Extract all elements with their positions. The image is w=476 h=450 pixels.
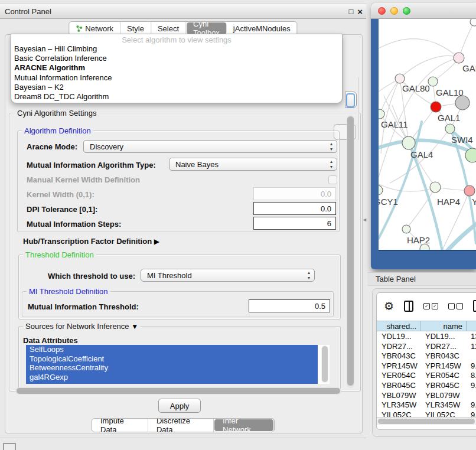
network-node-gal10[interactable] — [428, 77, 438, 86]
table-cell: YDR27... — [420, 341, 467, 351]
gear-icon[interactable]: ⚙ — [384, 299, 394, 313]
tab-jactivemnodules[interactable]: jActiveMNodules — [227, 22, 297, 35]
table-panel-titlebar[interactable]: Table Panel — [367, 272, 476, 286]
network-node-gal11[interactable] — [379, 109, 384, 119]
network-node-gcy1[interactable] — [379, 185, 383, 195]
mi-steps-field[interactable] — [253, 217, 336, 230]
dropdown-item[interactable]: Bayesian – K2 — [11, 83, 342, 92]
table-row[interactable]: YDR27...YDR27...12 — [377, 341, 476, 351]
network-node[interactable] — [465, 148, 476, 162]
table-row[interactable]: YBL079WYBL079W — [377, 390, 476, 400]
zoom-traffic-light-icon[interactable] — [403, 7, 410, 15]
network-window-titlebar[interactable] — [371, 3, 476, 19]
attribute-item[interactable]: gal4RGexp — [26, 373, 318, 382]
bottom-tab-discretize-data[interactable]: Discretize Data — [148, 419, 214, 432]
export-table-icon[interactable] — [473, 300, 476, 312]
attribute-item[interactable]: BetweennessCentrality — [26, 363, 318, 373]
close-panel-icon[interactable]: × — [357, 7, 363, 16]
network-edge[interactable] — [459, 22, 474, 58]
tab-style[interactable]: Style — [120, 22, 151, 35]
network-node-gal1[interactable] — [431, 102, 441, 112]
tab-network[interactable]: Network — [69, 22, 120, 35]
data-attributes-label: Data Attributes — [23, 336, 78, 345]
table-row[interactable]: YPR145WYPR145W9. — [377, 361, 476, 371]
tab-select[interactable]: Select — [151, 22, 186, 35]
network-node-hap4[interactable] — [430, 182, 441, 193]
splitter-collapse-arrow[interactable]: ◄ — [362, 217, 367, 223]
bottom-tab-bar: Impute DataDiscretize DataInfer Network — [92, 418, 275, 432]
table-row[interactable]: YLR345WYLR345W9. — [377, 400, 476, 410]
network-view-window[interactable]: GALGAL80GAL10GAL1GAL11SWI4GAL4HAP4YGCY1H… — [371, 3, 476, 269]
table-panel-toolbar: ⚙ ✓✓ — [379, 295, 476, 317]
dropdown-item[interactable]: Mutual Information Inference — [11, 73, 342, 83]
node-label: GAL1 — [438, 113, 460, 123]
data-attributes-list[interactable]: SelfLoopsTopologicalCoefficientBetweenne… — [26, 345, 330, 384]
settings-vertical-scrollbar[interactable] — [347, 115, 354, 388]
table-cell: YBR043C — [420, 351, 467, 361]
table-row[interactable]: YBR045CYBR045C9. — [377, 380, 476, 390]
dropdown-item[interactable]: Bayesian – Hill Climbing — [11, 44, 342, 54]
network-node-swi4[interactable] — [445, 124, 455, 133]
table-row[interactable]: YER054CYER054C8. — [377, 370, 476, 380]
aracne-mode-combobox[interactable]: Discovery ▴▾ — [83, 140, 337, 153]
network-edge[interactable] — [379, 39, 459, 58]
network-icon — [76, 25, 83, 32]
node-label: HAP2 — [407, 235, 430, 245]
network-node[interactable] — [455, 96, 470, 110]
attribute-list-scrollbar[interactable] — [321, 345, 328, 383]
network-node-gal80[interactable] — [395, 74, 405, 83]
table-cell: YDL19... — [420, 331, 467, 341]
float-window-icon[interactable]: □ — [348, 8, 353, 15]
hub-definition-toggle[interactable]: Hub/Transcription Factor Definition ▶ — [23, 237, 159, 246]
node-table[interactable]: shared...nameA... YDL19...YDL19...13YDR2… — [377, 321, 476, 417]
which-threshold-combobox[interactable]: MI Threshold ▴▾ — [141, 269, 315, 282]
table-cell: YER054C — [377, 370, 420, 380]
settings-horizontal-scrollbar[interactable] — [15, 387, 341, 394]
apply-button[interactable]: Apply — [158, 399, 201, 413]
attribute-item[interactable] — [26, 381, 318, 384]
column-header[interactable]: name — [420, 321, 467, 331]
dropdown-item[interactable]: Basic Correlation Inference — [11, 54, 342, 63]
network-node[interactable] — [470, 19, 476, 26]
network-edge[interactable] — [400, 56, 459, 79]
network-node-gal4[interactable] — [402, 136, 415, 149]
network-canvas[interactable]: GALGAL80GAL10GAL1GAL11SWI4GAL4HAP4YGCY1H… — [379, 19, 476, 250]
bottom-tab-infer-network[interactable]: Infer Network — [214, 419, 273, 431]
table-row[interactable]: YIL052CYIL052C9. — [377, 410, 476, 417]
mi-algorithm-type-combobox[interactable]: Naive Bayes ▴▾ — [169, 158, 337, 171]
attribute-item[interactable]: TopologicalCoefficient — [26, 354, 318, 364]
minimize-traffic-light-icon[interactable] — [390, 7, 398, 15]
table-row[interactable]: YBR043CYBR043C — [377, 351, 476, 361]
manual-kernel-width-checkbox[interactable] — [328, 175, 337, 184]
column-header[interactable]: shared... — [377, 321, 420, 331]
sources-toggle[interactable]: Sources for Network Inference ▼ — [23, 322, 141, 331]
mi-threshold-field[interactable] — [249, 299, 330, 312]
select-all-icon[interactable]: ✓✓ — [423, 303, 438, 309]
network-node-gal[interactable] — [454, 53, 464, 63]
kernel-width-field[interactable] — [253, 187, 336, 200]
node-label: HAP4 — [437, 197, 460, 207]
table-row[interactable]: YDL19...YDL19...13 — [377, 331, 476, 341]
algorithm-combobox-fragment[interactable] — [345, 92, 357, 108]
network-node-y[interactable] — [464, 185, 475, 196]
combo-arrows-icon: ▴▾ — [330, 159, 332, 169]
docked-panel-icon[interactable] — [3, 443, 16, 450]
attribute-item[interactable]: SelfLoops — [26, 345, 318, 354]
column-header[interactable]: A... — [467, 321, 476, 331]
table-cell: YER054C — [420, 370, 467, 380]
deselect-all-icon[interactable] — [448, 303, 463, 309]
close-traffic-light-icon[interactable] — [378, 7, 386, 15]
collapsed-arrow-icon: ▶ — [154, 237, 159, 246]
bottom-tab-impute-data[interactable]: Impute Data — [92, 419, 148, 432]
network-node-hap2[interactable] — [402, 225, 410, 233]
tab-cyni-toolbox[interactable]: Cyni Toolbox — [187, 22, 226, 34]
network-edge-thick[interactable] — [447, 223, 476, 250]
dropdown-item[interactable]: Dream8 DC_TDC Algorithm — [11, 92, 342, 102]
table-horizontal-scrollbar[interactable] — [377, 417, 476, 425]
dpi-tolerance-field[interactable] — [253, 202, 336, 215]
dropdown-item[interactable]: ARACNE Algorithm — [11, 63, 342, 73]
control-panel-titlebar[interactable]: Control Panel □ × — [0, 4, 366, 19]
table-panel-title: Table Panel — [367, 275, 416, 283]
column-browser-icon[interactable] — [404, 301, 413, 312]
table-cell: YBL079W — [377, 390, 420, 400]
